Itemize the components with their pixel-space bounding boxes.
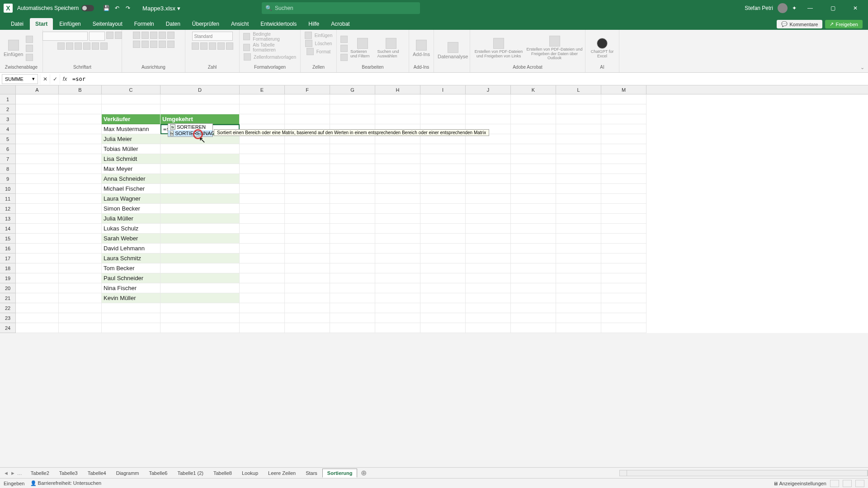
cell[interactable]: Sarah Weber	[102, 234, 160, 244]
cell[interactable]: Umgekehrt	[160, 114, 240, 124]
cell[interactable]	[285, 94, 330, 104]
cell[interactable]	[556, 124, 601, 134]
col-header[interactable]: H	[375, 85, 420, 94]
cell[interactable]	[59, 313, 102, 323]
row-header[interactable]: 4	[0, 124, 16, 134]
select-all-button[interactable]	[0, 85, 16, 94]
cell[interactable]	[160, 323, 240, 333]
tab-formeln[interactable]: Formeln	[129, 18, 160, 30]
cell[interactable]	[375, 303, 420, 313]
sheet-nav-prev-icon[interactable]: ►	[10, 470, 15, 476]
cell[interactable]	[375, 144, 420, 154]
cell[interactable]	[330, 204, 375, 214]
cell[interactable]	[375, 283, 420, 293]
cell[interactable]	[556, 293, 601, 303]
cut-icon[interactable]	[26, 36, 33, 43]
fill-color-icon[interactable]	[92, 42, 99, 50]
document-name[interactable]: Mappe3.xlsx▾	[142, 5, 180, 12]
cell[interactable]	[375, 184, 420, 194]
cell[interactable]	[375, 323, 420, 333]
pdf-share-outlook-button[interactable]: Erstellen von PDF-Dateien und Freigeben …	[526, 36, 583, 61]
cell[interactable]	[511, 283, 556, 293]
cell[interactable]	[330, 303, 375, 313]
sheet-tab[interactable]: Lookup	[237, 469, 263, 478]
cell[interactable]	[240, 293, 285, 303]
cell[interactable]	[102, 94, 160, 104]
cell[interactable]	[420, 194, 466, 204]
autosum-icon[interactable]	[340, 36, 348, 43]
sheet-tab[interactable]: Tabelle6	[144, 469, 172, 478]
cell[interactable]	[556, 283, 601, 293]
cell[interactable]	[240, 174, 285, 184]
cell[interactable]	[420, 94, 466, 104]
cell[interactable]	[420, 313, 466, 323]
cell[interactable]	[330, 164, 375, 174]
avatar[interactable]	[778, 3, 788, 13]
page-break-view-icon[interactable]	[855, 480, 864, 487]
cell[interactable]	[601, 144, 646, 154]
tab-daten[interactable]: Daten	[160, 18, 186, 30]
col-header[interactable]: G	[330, 85, 375, 94]
tab-datei[interactable]: Datei	[5, 18, 29, 30]
cell[interactable]	[285, 263, 330, 273]
cell[interactable]	[160, 244, 240, 253]
cell[interactable]	[466, 214, 511, 224]
cell[interactable]	[330, 313, 375, 323]
clear-icon[interactable]	[340, 54, 348, 61]
normal-view-icon[interactable]	[830, 480, 839, 487]
cell[interactable]: Laura Schmitz	[102, 253, 160, 263]
cell[interactable]	[160, 104, 240, 114]
cell[interactable]	[511, 234, 556, 244]
formula-bar[interactable]: =sor	[70, 76, 868, 82]
row-header[interactable]: 22	[0, 303, 16, 313]
cell[interactable]	[240, 253, 285, 263]
cell[interactable]	[59, 184, 102, 194]
share-button[interactable]: ↗ Freigeben	[825, 20, 863, 28]
cell[interactable]: Lukas Schulz	[102, 224, 160, 234]
tab-acrobat[interactable]: Acrobat	[326, 18, 355, 30]
minimize-button[interactable]: —	[801, 1, 819, 15]
cell[interactable]	[59, 283, 102, 293]
toggle-icon[interactable]	[81, 5, 94, 11]
cell[interactable]	[466, 154, 511, 164]
display-settings-button[interactable]: 🖥 Anzeigeeinstellungen	[773, 481, 826, 486]
cell[interactable]	[240, 234, 285, 244]
cell[interactable]	[511, 124, 556, 134]
cell[interactable]	[556, 194, 601, 204]
cell[interactable]	[285, 303, 330, 313]
row-header[interactable]: 20	[0, 283, 16, 293]
merge-icon[interactable]	[167, 41, 175, 48]
cell[interactable]	[330, 194, 375, 204]
row-header[interactable]: 5	[0, 134, 16, 144]
cell[interactable]	[16, 283, 59, 293]
cell[interactable]	[16, 134, 59, 144]
cell[interactable]	[601, 154, 646, 164]
cell[interactable]	[375, 293, 420, 303]
inc-dec-icon[interactable]	[217, 42, 225, 50]
cell[interactable]	[556, 174, 601, 184]
cell[interactable]	[102, 323, 160, 333]
cell[interactable]	[16, 214, 59, 224]
row-header[interactable]: 13	[0, 214, 16, 224]
cell[interactable]	[330, 234, 375, 244]
cell[interactable]	[466, 273, 511, 283]
cell[interactable]	[556, 244, 601, 253]
cell[interactable]	[160, 214, 240, 224]
cell[interactable]	[601, 194, 646, 204]
cell-styles-button[interactable]: Zellenformatvorlagen	[244, 53, 296, 61]
cell[interactable]	[102, 313, 160, 323]
sheet-nav-first-icon[interactable]: ◄	[4, 470, 9, 476]
col-header[interactable]: J	[466, 85, 511, 94]
tab-hilfe[interactable]: Hilfe	[303, 18, 325, 30]
row-header[interactable]: 10	[0, 184, 16, 194]
horizontal-scrollbar[interactable]	[619, 470, 868, 476]
cell[interactable]	[556, 94, 601, 104]
cell[interactable]	[285, 194, 330, 204]
delete-cells-button[interactable]: Löschen	[305, 40, 332, 47]
cell[interactable]	[240, 303, 285, 313]
cell[interactable]: Simon Becker	[102, 204, 160, 214]
cell[interactable]	[511, 273, 556, 283]
name-box[interactable]: SUMME▾	[2, 74, 38, 84]
cell[interactable]	[16, 144, 59, 154]
cell[interactable]	[466, 174, 511, 184]
